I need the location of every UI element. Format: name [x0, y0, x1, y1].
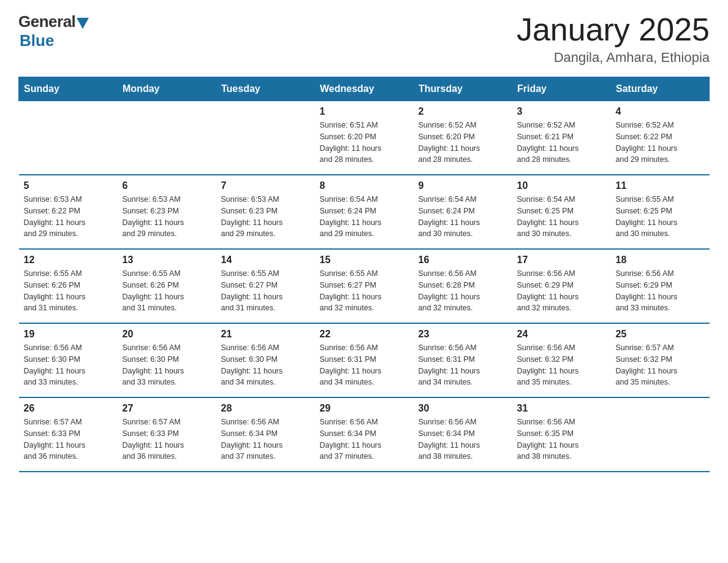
day-number: 20 — [123, 329, 211, 340]
page-header: General Blue January 2025 Dangila, Amhar… — [18, 12, 710, 66]
day-number: 7 — [221, 180, 310, 191]
calendar-cell: 26Sunrise: 6:57 AMSunset: 6:33 PMDayligh… — [19, 397, 118, 472]
calendar-header-row: SundayMondayTuesdayWednesdayThursdayFrid… — [19, 77, 710, 101]
logo-blue-text: Blue — [20, 31, 54, 50]
day-info: Sunrise: 6:54 AMSunset: 6:24 PMDaylight:… — [320, 194, 409, 240]
day-number: 31 — [517, 403, 606, 414]
calendar-cell: 30Sunrise: 6:56 AMSunset: 6:34 PMDayligh… — [414, 397, 512, 472]
day-number: 8 — [320, 180, 409, 191]
calendar-header-sunday: Sunday — [19, 77, 118, 101]
day-number: 16 — [419, 255, 507, 266]
title-section: January 2025 Dangila, Amhara, Ethiopia — [517, 12, 710, 66]
calendar-week-row: 19Sunrise: 6:56 AMSunset: 6:30 PMDayligh… — [19, 323, 710, 397]
calendar-title: January 2025 — [517, 12, 710, 47]
calendar-cell — [216, 101, 315, 175]
day-info: Sunrise: 6:56 AMSunset: 6:31 PMDaylight:… — [320, 342, 409, 388]
calendar-cell: 21Sunrise: 6:56 AMSunset: 6:30 PMDayligh… — [216, 323, 315, 397]
day-info: Sunrise: 6:55 AMSunset: 6:27 PMDaylight:… — [320, 268, 409, 314]
day-number: 6 — [123, 180, 211, 191]
day-info: Sunrise: 6:55 AMSunset: 6:27 PMDaylight:… — [221, 268, 310, 314]
day-number: 10 — [517, 180, 606, 191]
day-number: 1 — [320, 106, 409, 117]
day-info: Sunrise: 6:55 AMSunset: 6:26 PMDaylight:… — [24, 268, 113, 314]
calendar-header-monday: Monday — [118, 77, 216, 101]
calendar-cell: 29Sunrise: 6:56 AMSunset: 6:34 PMDayligh… — [315, 397, 414, 472]
day-info: Sunrise: 6:57 AMSunset: 6:33 PMDaylight:… — [123, 416, 211, 462]
calendar-cell: 5Sunrise: 6:53 AMSunset: 6:22 PMDaylight… — [19, 175, 118, 249]
calendar-week-row: 12Sunrise: 6:55 AMSunset: 6:26 PMDayligh… — [19, 249, 710, 323]
day-info: Sunrise: 6:56 AMSunset: 6:35 PMDaylight:… — [517, 416, 606, 462]
calendar-cell: 8Sunrise: 6:54 AMSunset: 6:24 PMDaylight… — [315, 175, 414, 249]
day-number: 13 — [123, 255, 211, 266]
calendar-week-row: 1Sunrise: 6:51 AMSunset: 6:20 PMDaylight… — [19, 101, 710, 175]
calendar-cell: 16Sunrise: 6:56 AMSunset: 6:28 PMDayligh… — [414, 249, 512, 323]
calendar-cell: 13Sunrise: 6:55 AMSunset: 6:26 PMDayligh… — [118, 249, 216, 323]
day-number: 2 — [419, 106, 507, 117]
calendar-cell: 24Sunrise: 6:56 AMSunset: 6:32 PMDayligh… — [512, 323, 611, 397]
day-info: Sunrise: 6:57 AMSunset: 6:32 PMDaylight:… — [616, 342, 705, 388]
day-number: 15 — [320, 255, 409, 266]
calendar-cell: 6Sunrise: 6:53 AMSunset: 6:23 PMDaylight… — [118, 175, 216, 249]
calendar-header-saturday: Saturday — [611, 77, 710, 101]
day-number: 25 — [616, 329, 705, 340]
day-info: Sunrise: 6:55 AMSunset: 6:25 PMDaylight:… — [616, 194, 705, 240]
day-number: 22 — [320, 329, 409, 340]
calendar-cell: 15Sunrise: 6:55 AMSunset: 6:27 PMDayligh… — [315, 249, 414, 323]
calendar-cell: 12Sunrise: 6:55 AMSunset: 6:26 PMDayligh… — [19, 249, 118, 323]
calendar-cell: 25Sunrise: 6:57 AMSunset: 6:32 PMDayligh… — [611, 323, 710, 397]
calendar-week-row: 5Sunrise: 6:53 AMSunset: 6:22 PMDaylight… — [19, 175, 710, 249]
day-number: 11 — [616, 180, 705, 191]
calendar-cell — [118, 101, 216, 175]
day-info: Sunrise: 6:53 AMSunset: 6:22 PMDaylight:… — [24, 194, 113, 240]
calendar-header-friday: Friday — [512, 77, 611, 101]
calendar-cell — [19, 101, 118, 175]
calendar-cell: 9Sunrise: 6:54 AMSunset: 6:24 PMDaylight… — [414, 175, 512, 249]
calendar-cell: 18Sunrise: 6:56 AMSunset: 6:29 PMDayligh… — [611, 249, 710, 323]
day-number: 12 — [24, 255, 113, 266]
day-info: Sunrise: 6:54 AMSunset: 6:24 PMDaylight:… — [419, 194, 507, 240]
day-number: 4 — [616, 106, 705, 117]
day-number: 21 — [221, 329, 310, 340]
day-number: 27 — [123, 403, 211, 414]
day-info: Sunrise: 6:56 AMSunset: 6:29 PMDaylight:… — [616, 268, 705, 314]
calendar-cell: 22Sunrise: 6:56 AMSunset: 6:31 PMDayligh… — [315, 323, 414, 397]
calendar-cell: 23Sunrise: 6:56 AMSunset: 6:31 PMDayligh… — [414, 323, 512, 397]
calendar-subtitle: Dangila, Amhara, Ethiopia — [517, 50, 710, 66]
calendar-cell: 19Sunrise: 6:56 AMSunset: 6:30 PMDayligh… — [19, 323, 118, 397]
day-number: 18 — [616, 255, 705, 266]
day-info: Sunrise: 6:56 AMSunset: 6:32 PMDaylight:… — [517, 342, 606, 388]
day-info: Sunrise: 6:57 AMSunset: 6:33 PMDaylight:… — [24, 416, 113, 462]
calendar-cell: 10Sunrise: 6:54 AMSunset: 6:25 PMDayligh… — [512, 175, 611, 249]
calendar-header-wednesday: Wednesday — [315, 77, 414, 101]
calendar-cell: 1Sunrise: 6:51 AMSunset: 6:20 PMDaylight… — [315, 101, 414, 175]
day-info: Sunrise: 6:56 AMSunset: 6:31 PMDaylight:… — [419, 342, 507, 388]
day-number: 19 — [24, 329, 113, 340]
day-number: 3 — [517, 106, 606, 117]
day-number: 14 — [221, 255, 310, 266]
day-number: 5 — [24, 180, 113, 191]
calendar-cell: 3Sunrise: 6:52 AMSunset: 6:21 PMDaylight… — [512, 101, 611, 175]
calendar-cell: 31Sunrise: 6:56 AMSunset: 6:35 PMDayligh… — [512, 397, 611, 472]
logo-general-text: General — [18, 12, 75, 31]
day-info: Sunrise: 6:56 AMSunset: 6:30 PMDaylight:… — [221, 342, 310, 388]
logo: General Blue — [18, 12, 89, 50]
calendar-cell: 28Sunrise: 6:56 AMSunset: 6:34 PMDayligh… — [216, 397, 315, 472]
day-info: Sunrise: 6:56 AMSunset: 6:34 PMDaylight:… — [419, 416, 507, 462]
day-info: Sunrise: 6:53 AMSunset: 6:23 PMDaylight:… — [221, 194, 310, 240]
calendar-cell: 14Sunrise: 6:55 AMSunset: 6:27 PMDayligh… — [216, 249, 315, 323]
day-number: 26 — [24, 403, 113, 414]
calendar-cell: 2Sunrise: 6:52 AMSunset: 6:20 PMDaylight… — [414, 101, 512, 175]
calendar-cell: 11Sunrise: 6:55 AMSunset: 6:25 PMDayligh… — [611, 175, 710, 249]
day-info: Sunrise: 6:52 AMSunset: 6:20 PMDaylight:… — [419, 120, 507, 166]
calendar-week-row: 26Sunrise: 6:57 AMSunset: 6:33 PMDayligh… — [19, 397, 710, 472]
calendar-header-tuesday: Tuesday — [216, 77, 315, 101]
calendar-header-thursday: Thursday — [414, 77, 512, 101]
day-number: 29 — [320, 403, 409, 414]
calendar-cell — [611, 397, 710, 472]
day-info: Sunrise: 6:51 AMSunset: 6:20 PMDaylight:… — [320, 120, 409, 166]
day-info: Sunrise: 6:52 AMSunset: 6:21 PMDaylight:… — [517, 120, 606, 166]
calendar-cell: 17Sunrise: 6:56 AMSunset: 6:29 PMDayligh… — [512, 249, 611, 323]
day-number: 9 — [419, 180, 507, 191]
calendar-table: SundayMondayTuesdayWednesdayThursdayFrid… — [18, 77, 710, 472]
day-info: Sunrise: 6:56 AMSunset: 6:28 PMDaylight:… — [419, 268, 507, 314]
